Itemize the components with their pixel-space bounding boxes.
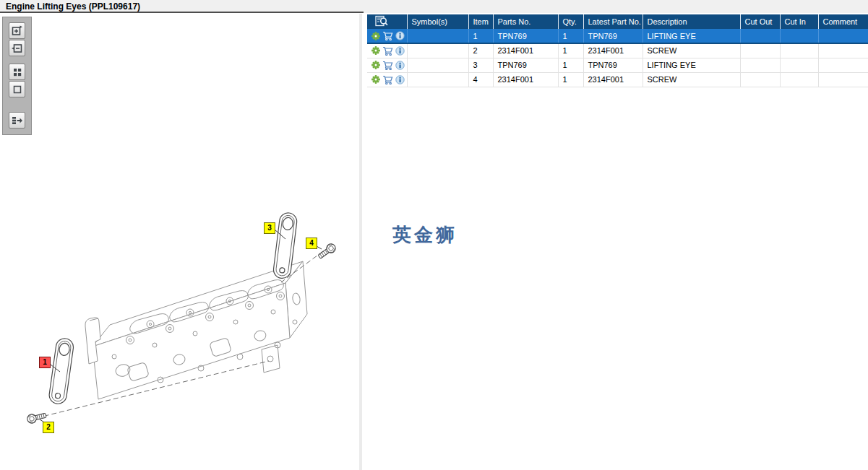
zoom-out-icon — [11, 42, 23, 54]
cell-qty: 1 — [558, 29, 583, 43]
cell-symbols — [407, 58, 468, 72]
table-header-row: Symbol(s) Item Parts No. Qty. Latest Par… — [367, 14, 868, 29]
cell-parts-no: TPN769 — [493, 58, 558, 72]
cell-cut-in — [780, 29, 818, 43]
cell-description: LIFTING EYE — [643, 29, 740, 43]
zoom-out-button[interactable] — [9, 40, 25, 56]
cell-cut-out — [740, 72, 780, 87]
gear-icon[interactable] — [371, 75, 380, 84]
cell-item: 3 — [468, 58, 493, 72]
fit-view-icon — [12, 84, 23, 95]
cell-symbols — [407, 29, 468, 43]
column-header-qty[interactable]: Qty. — [558, 14, 583, 29]
cell-comment — [818, 72, 868, 87]
cart-icon[interactable] — [382, 75, 393, 84]
engine-diagram — [0, 0, 359, 470]
cell-comment — [818, 29, 868, 43]
column-header-cut-out[interactable]: Cut Out — [740, 14, 780, 29]
cell-item: 1 — [468, 29, 493, 43]
cart-icon[interactable] — [382, 31, 393, 40]
panel-divider[interactable] — [359, 14, 362, 470]
cell-qty: 1 — [558, 58, 583, 72]
cell-comment — [818, 58, 868, 72]
cell-description: LIFTING EYE — [643, 58, 740, 72]
table-row[interactable]: 2 2314F001 1 2314F001 SCREW — [367, 43, 868, 58]
cell-cut-out — [740, 58, 780, 72]
cell-latest-part-no: 2314F001 — [583, 72, 643, 87]
cell-parts-no: 2314F001 — [493, 72, 558, 87]
info-icon[interactable] — [395, 75, 405, 84]
callout-label-3[interactable]: 3 — [264, 222, 275, 234]
cell-parts-no: 2314F001 — [493, 43, 558, 58]
column-header-symbols[interactable]: Symbol(s) — [407, 14, 468, 29]
cell-cut-in — [780, 58, 818, 72]
page-title: Engine Lifting Eyes (PPL109617) — [6, 1, 140, 12]
toggle-panel-button[interactable] — [9, 112, 25, 129]
info-icon[interactable] — [395, 46, 405, 56]
parts-table: Symbol(s) Item Parts No. Qty. Latest Par… — [367, 14, 868, 87]
column-header-item[interactable]: Item — [468, 14, 493, 29]
cell-item: 4 — [468, 72, 493, 87]
cart-icon[interactable] — [382, 46, 393, 56]
column-header-cut-in[interactable]: Cut In — [780, 14, 818, 29]
cell-symbols — [407, 43, 468, 58]
diagram-toolbar — [2, 17, 32, 135]
cell-qty: 1 — [558, 43, 583, 58]
cell-cut-out — [740, 29, 780, 43]
cell-comment — [818, 43, 868, 58]
column-header-icons[interactable] — [367, 14, 407, 29]
gear-icon[interactable] — [371, 46, 380, 55]
callout-label-2[interactable]: 2 — [43, 422, 54, 433]
toggle-panel-icon — [11, 115, 23, 126]
table-row[interactable]: 3 TPN769 1 TPN769 LIFTING EYE — [367, 58, 868, 72]
cell-description: SCREW — [643, 43, 740, 58]
info-icon[interactable] — [395, 61, 405, 70]
cart-icon[interactable] — [382, 61, 393, 70]
callout-label-4[interactable]: 4 — [306, 238, 317, 249]
gear-icon[interactable] — [371, 61, 380, 69]
grid-view-button[interactable] — [9, 64, 25, 80]
title-underline — [0, 12, 364, 13]
zoom-in-button[interactable] — [9, 22, 25, 39]
table-row[interactable]: 4 2314F001 1 2314F001 SCREW — [367, 72, 868, 87]
cell-symbols — [407, 72, 468, 87]
table-row[interactable]: 1 TPN769 1 TPN769 LIFTING EYE — [367, 29, 868, 43]
screw-4-part[interactable] — [317, 242, 337, 260]
catalog-search-icon — [371, 15, 389, 27]
parts-catalog-window: 1 2 3 4 英金狮 Engine Lifting Eyes (PPL1096… — [0, 0, 868, 470]
zoom-in-icon — [11, 25, 23, 37]
cell-item: 2 — [468, 43, 493, 58]
cell-cut-out — [740, 43, 780, 58]
watermark-text: 英金狮 — [392, 222, 457, 248]
info-icon[interactable] — [395, 31, 405, 40]
cell-latest-part-no: TPN769 — [583, 29, 643, 43]
cell-latest-part-no: TPN769 — [583, 58, 643, 72]
callout-label-1[interactable]: 1 — [39, 357, 51, 368]
cell-parts-no: TPN769 — [493, 29, 558, 43]
cell-cut-in — [780, 43, 818, 58]
column-header-comment[interactable]: Comment — [818, 14, 868, 29]
cell-description: SCREW — [643, 72, 740, 87]
cell-qty: 1 — [558, 72, 583, 87]
column-header-latest-part-no[interactable]: Latest Part No. — [583, 14, 643, 29]
cell-latest-part-no: 2314F001 — [583, 43, 643, 58]
cell-cut-in — [780, 72, 818, 87]
gear-icon[interactable] — [371, 32, 380, 40]
grid-view-icon — [12, 66, 23, 78]
column-header-description[interactable]: Description — [643, 14, 740, 29]
lifting-eye-1-part[interactable] — [48, 337, 74, 404]
column-header-parts-no[interactable]: Parts No. — [493, 14, 558, 29]
fit-view-button[interactable] — [9, 81, 25, 97]
